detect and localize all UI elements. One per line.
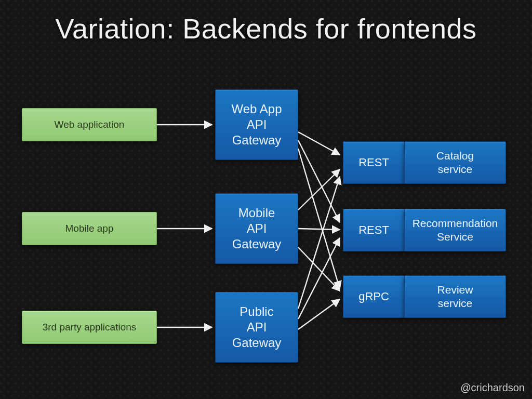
service-review-label: Review service <box>437 283 473 311</box>
arrow-gw-public-to-catalog <box>298 177 340 309</box>
gateway-web: Web App API Gateway <box>215 89 298 160</box>
attribution: @crichardson <box>460 382 525 394</box>
gateway-public: Public API Gateway <box>215 292 298 363</box>
arrow-gw-public-to-reco <box>298 238 340 319</box>
slide-title: Variation: Backends for frontends <box>0 12 532 45</box>
service-catalog-label: Catalog service <box>436 149 474 177</box>
arrow-gw-web-to-catalog <box>298 132 340 155</box>
gateway-mobile: Mobile API Gateway <box>215 193 298 264</box>
service-review-name: Review service <box>404 275 506 318</box>
client-3rd-party: 3rd party applications <box>22 311 157 344</box>
arrow-gw-mobile-to-catalog <box>298 169 340 210</box>
protocol-catalog-label: REST <box>358 155 389 170</box>
client-3rd-party-label: 3rd party applications <box>43 321 137 334</box>
arrow-gw-mobile-to-reco <box>298 229 340 230</box>
service-catalog: REST Catalog service <box>343 141 506 184</box>
protocol-recommendation: REST <box>343 209 404 251</box>
arrow-gw-public-to-review <box>298 299 340 329</box>
gateway-public-label: Public API Gateway <box>232 304 282 351</box>
client-web-app-label: Web application <box>55 118 125 131</box>
protocol-review-label: gRPC <box>358 289 389 304</box>
slide-stage: Variation: Backends for frontends Web ap… <box>0 0 532 399</box>
arrow-gw-web-to-review <box>298 149 340 289</box>
arrow-gw-mobile-to-review <box>298 247 340 291</box>
service-recommendation: REST Recommendation Service <box>343 209 506 251</box>
gateway-web-label: Web App API Gateway <box>232 101 282 148</box>
client-web-app: Web application <box>22 108 157 141</box>
client-mobile-app: Mobile app <box>22 212 157 245</box>
service-recommendation-label: Recommendation Service <box>413 217 498 244</box>
client-mobile-app-label: Mobile app <box>65 222 114 235</box>
service-review: gRPC Review service <box>343 275 506 318</box>
protocol-recommendation-label: REST <box>358 223 389 237</box>
service-recommendation-name: Recommendation Service <box>404 209 506 251</box>
protocol-catalog: REST <box>343 141 404 184</box>
gateway-mobile-label: Mobile API Gateway <box>232 205 282 252</box>
protocol-review: gRPC <box>343 275 404 318</box>
arrow-gw-web-to-reco <box>298 140 340 222</box>
service-catalog-name: Catalog service <box>404 141 506 184</box>
